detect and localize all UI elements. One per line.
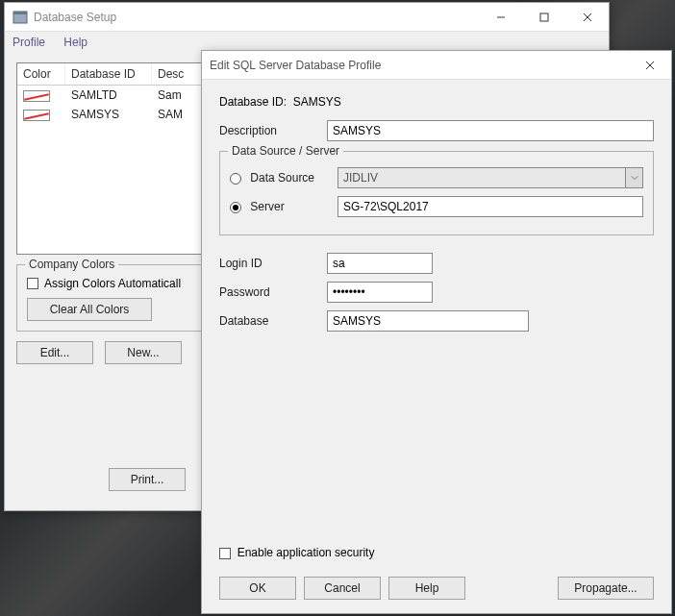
help-button[interactable]: Help <box>388 577 465 600</box>
menu-profile[interactable]: Profile <box>12 36 45 49</box>
edit-profile-dialog: Edit SQL Server Database Profile Databas… <box>201 50 672 614</box>
cell-db-id: SAMLTD <box>65 86 152 105</box>
ok-button[interactable]: OK <box>219 577 296 600</box>
propagate-button[interactable]: Propagate... <box>558 577 654 600</box>
dialog-titlebar: Edit SQL Server Database Profile <box>202 51 671 80</box>
db-id-label: Database ID: <box>219 95 287 109</box>
print-button[interactable]: Print... <box>109 468 186 491</box>
new-button[interactable]: New... <box>105 341 182 364</box>
cell-db-id: SAMSYS <box>65 105 152 124</box>
enable-security-checkbox[interactable] <box>219 548 231 559</box>
svg-rect-3 <box>540 13 548 21</box>
data-source-radio[interactable] <box>230 173 241 185</box>
color-swatch <box>23 90 50 102</box>
svg-rect-1 <box>13 12 27 14</box>
edit-button[interactable]: Edit... <box>16 341 93 364</box>
login-label: Login ID <box>219 257 327 270</box>
minimize-button[interactable] <box>479 3 522 31</box>
data-source-label: Data Source <box>250 171 314 185</box>
database-label: Database <box>219 314 327 328</box>
color-swatch <box>23 110 50 121</box>
data-source-dropdown[interactable]: JIDLIV <box>338 167 643 188</box>
assign-colors-checkbox[interactable] <box>27 278 38 289</box>
password-label: Password <box>219 285 327 299</box>
login-input[interactable] <box>327 253 433 274</box>
company-colors-legend: Company Colors <box>25 258 118 271</box>
data-source-group: Data Source / Server Data Source JIDLIV … <box>219 151 654 235</box>
server-input[interactable] <box>338 196 643 217</box>
data-source-value: JIDLIV <box>338 168 625 187</box>
titlebar: Database Setup <box>5 3 609 32</box>
server-radio[interactable] <box>230 202 241 213</box>
close-button[interactable] <box>565 3 609 31</box>
window-title: Database Setup <box>34 11 479 24</box>
password-input[interactable] <box>327 282 433 303</box>
dialog-close-button[interactable] <box>628 51 671 79</box>
enable-security-label: Enable application security <box>238 546 375 559</box>
description-input[interactable] <box>327 120 654 141</box>
server-label: Server <box>250 200 284 213</box>
col-db-id[interactable]: Database ID <box>65 63 152 85</box>
app-icon <box>12 10 28 25</box>
maximize-button[interactable] <box>522 3 565 31</box>
col-color[interactable]: Color <box>17 63 65 85</box>
data-source-legend: Data Source / Server <box>228 144 343 158</box>
menu-help[interactable]: Help <box>63 36 88 49</box>
assign-colors-label: Assign Colors Automaticall <box>44 277 181 290</box>
db-id-value: SAMSYS <box>293 95 341 109</box>
cancel-button[interactable]: Cancel <box>304 577 381 600</box>
clear-colors-button[interactable]: Clear All Colors <box>27 298 152 321</box>
company-colors-group: Company Colors Assign Colors Automatical… <box>16 264 204 332</box>
chevron-down-icon[interactable] <box>625 168 642 187</box>
dialog-title: Edit SQL Server Database Profile <box>210 59 628 72</box>
database-input[interactable] <box>327 310 529 332</box>
description-label: Description <box>219 124 327 137</box>
